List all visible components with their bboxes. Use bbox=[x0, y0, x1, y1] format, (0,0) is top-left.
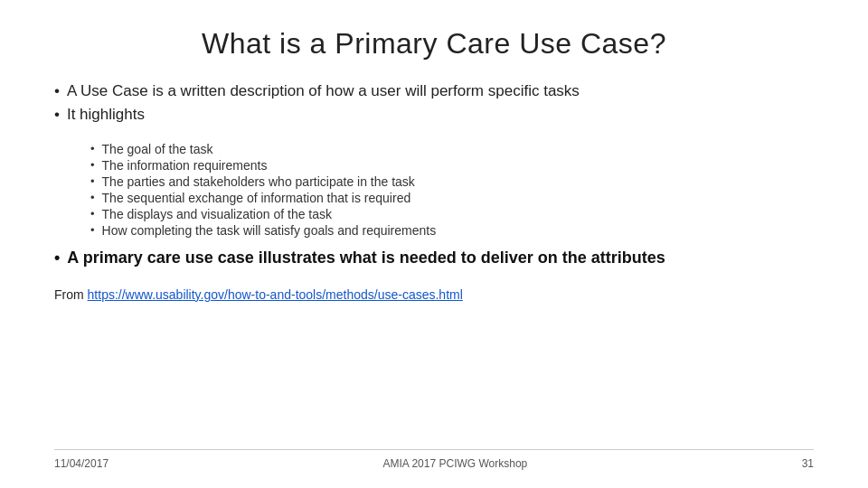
sub-bullet-0: The goal of the task bbox=[90, 142, 814, 156]
slide-title: What is a Primary Care Use Case? bbox=[54, 27, 814, 61]
from-link[interactable]: https://www.usability.gov/how-to-and-too… bbox=[88, 287, 463, 302]
sub-bullet-4: The displays and visualization of the ta… bbox=[90, 207, 814, 221]
footer-date: 11/04/2017 bbox=[54, 457, 108, 470]
sub-bullet-2: The parties and stakeholders who partici… bbox=[90, 174, 814, 189]
main-bullets-list: A Use Case is a written description of h… bbox=[54, 82, 814, 129]
bold-bullet: A primary care use case illustrates what… bbox=[54, 249, 814, 267]
from-label: From bbox=[54, 287, 84, 302]
main-bullet-2: It highlights bbox=[54, 106, 814, 124]
from-line: From https://www.usability.gov/how-to-an… bbox=[54, 287, 814, 302]
footer: 11/04/2017 AMIA 2017 PCIWG Workshop 31 bbox=[54, 449, 814, 470]
main-bullet-1: A Use Case is a written description of h… bbox=[54, 82, 814, 100]
slide: What is a Primary Care Use Case? A Use C… bbox=[0, 0, 868, 488]
footer-page-number: 31 bbox=[802, 457, 814, 470]
sub-bullets-list: The goal of the task The information req… bbox=[90, 142, 814, 239]
footer-center: AMIA 2017 PCIWG Workshop bbox=[382, 457, 527, 470]
sub-bullet-3: The sequential exchange of information t… bbox=[90, 191, 814, 205]
sub-bullet-1: The information requirements bbox=[90, 158, 814, 173]
sub-bullet-5: How completing the task will satisfy goa… bbox=[90, 223, 814, 238]
